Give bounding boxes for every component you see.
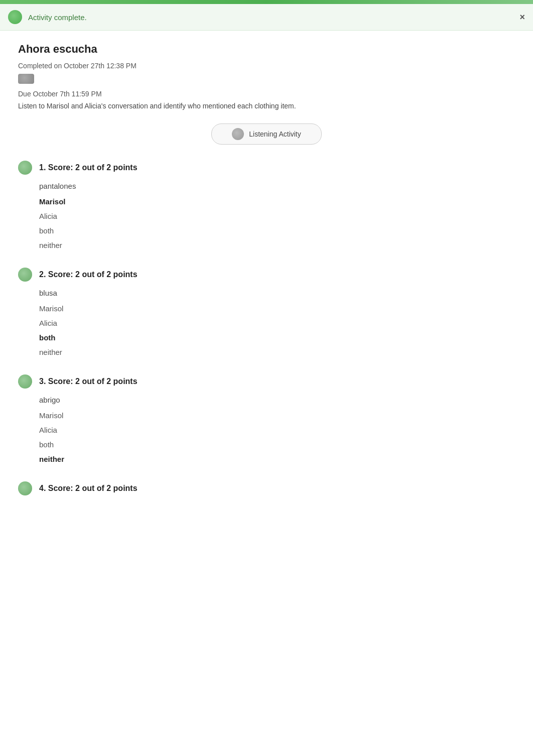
option-3-0[interactable]: Marisol <box>39 409 515 422</box>
question-3: 3. Score: 2 out of 2 pointsabrigoMarisol… <box>18 374 515 465</box>
option-2-3[interactable]: neither <box>39 346 515 358</box>
due-date: Due October 7th 11:59 PM <box>18 90 515 98</box>
question-1: 1. Score: 2 out of 2 pointspantalonesMar… <box>18 161 515 251</box>
notification-bar: Activity complete. × <box>0 4 533 31</box>
main-content: Ahora escucha Completed on October 27th … <box>0 31 533 524</box>
option-1-3[interactable]: neither <box>39 239 515 251</box>
completed-on: Completed on October 27th 12:38 PM <box>18 62 515 70</box>
description: Listen to Marisol and Alicia's conversat… <box>18 101 515 111</box>
option-2-1[interactable]: Alicia <box>39 317 515 329</box>
option-1-2[interactable]: both <box>39 224 515 237</box>
question-word-2: blusa <box>39 289 515 297</box>
question-header-4: 4. Score: 2 out of 2 points <box>18 481 515 495</box>
option-1-1[interactable]: Alicia <box>39 210 515 222</box>
option-3-3[interactable]: neither <box>39 453 515 465</box>
question-badge-1 <box>18 161 32 175</box>
page-container: Activity complete. × Ahora escucha Compl… <box>0 0 533 756</box>
question-badge-4 <box>18 481 32 495</box>
question-body-3: abrigoMarisolAliciabothneither <box>18 396 515 465</box>
listening-button-label: Listening Activity <box>249 130 301 138</box>
question-badge-3 <box>18 374 32 389</box>
question-badge-2 <box>18 268 32 282</box>
close-button[interactable]: × <box>519 12 525 23</box>
top-bar <box>0 0 533 4</box>
question-header-2: 2. Score: 2 out of 2 points <box>18 268 515 282</box>
question-score-4: 4. Score: 2 out of 2 points <box>39 484 138 493</box>
question-body-2: blusaMarisolAliciabothneither <box>18 289 515 358</box>
option-3-2[interactable]: both <box>39 438 515 451</box>
audio-icon <box>232 128 244 140</box>
questions-container: 1. Score: 2 out of 2 pointspantalonesMar… <box>18 161 515 495</box>
question-word-3: abrigo <box>39 396 515 404</box>
question-score-1: 1. Score: 2 out of 2 points <box>39 163 138 172</box>
question-score-2: 2. Score: 2 out of 2 points <box>39 270 138 279</box>
question-score-3: 3. Score: 2 out of 2 points <box>39 377 138 386</box>
question-body-1: pantalonesMarisolAliciabothneither <box>18 182 515 251</box>
question-header-1: 1. Score: 2 out of 2 points <box>18 161 515 175</box>
check-icon <box>8 10 22 24</box>
listening-activity-button[interactable]: Listening Activity <box>211 123 322 145</box>
avatar <box>18 74 34 84</box>
option-2-0[interactable]: Marisol <box>39 302 515 315</box>
question-header-3: 3. Score: 2 out of 2 points <box>18 374 515 389</box>
question-2: 2. Score: 2 out of 2 pointsblusaMarisolA… <box>18 268 515 358</box>
option-3-1[interactable]: Alicia <box>39 424 515 436</box>
option-1-0[interactable]: Marisol <box>39 195 515 208</box>
notification-text: Activity complete. <box>28 13 87 22</box>
option-2-2[interactable]: both <box>39 331 515 344</box>
question-4: 4. Score: 2 out of 2 points <box>18 481 515 495</box>
question-word-1: pantalones <box>39 182 515 190</box>
activity-title: Ahora escucha <box>18 43 515 56</box>
